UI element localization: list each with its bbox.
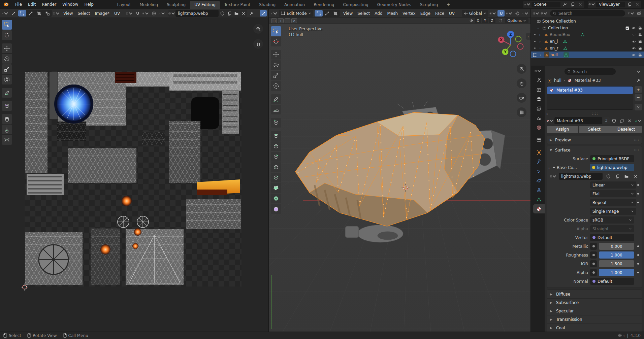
camera-visibility-icon[interactable] (637, 32, 643, 37)
interpolation-select[interactable]: Linear (590, 181, 636, 189)
new-viewlayer-icon[interactable] (626, 1, 633, 8)
uv-canvas[interactable] (0, 18, 268, 332)
workspace-tab[interactable]: Scripting (416, 1, 442, 9)
menu-item[interactable]: Help (81, 1, 96, 8)
material-slot-list[interactable]: Material #33 (547, 86, 633, 110)
tool-bevel[interactable] (271, 152, 281, 162)
breadcrumb-object[interactable]: hull (554, 78, 561, 83)
workspace-tab[interactable]: + (442, 1, 454, 9)
tool-scale[interactable] (2, 64, 12, 74)
tab-modifiers[interactable] (533, 157, 545, 166)
tab-view-layer[interactable] (533, 104, 545, 113)
tool-cursor[interactable] (271, 37, 281, 46)
image-pin-icon[interactable] (248, 10, 255, 16)
outliner-row-collection[interactable]: ⌄ Collection (531, 25, 644, 31)
uv-pan-hand-icon[interactable] (253, 39, 263, 49)
eye-icon[interactable] (631, 52, 636, 58)
select-mode-subtract-icon[interactable]: − (285, 18, 290, 23)
outliner-row-en-r[interactable]: › en_r (531, 45, 644, 52)
navigation-gizmo[interactable]: Z X Y (495, 30, 526, 60)
tool-smooth[interactable] (271, 204, 281, 214)
collapsed-panel-header[interactable]: ▶Specular (547, 307, 642, 315)
workspace-tab[interactable]: Sculpting (162, 1, 190, 9)
tool-transform[interactable] (2, 75, 12, 84)
uv-snap-magnet-icon[interactable] (134, 10, 141, 16)
uv-snap-target-icon[interactable] (142, 10, 149, 16)
panel-grip[interactable]: ∷∷ (634, 138, 639, 142)
viewport-canvas[interactable]: User Perspective (1) hull ‹ Z X Y (269, 24, 530, 332)
outliner-row-scene-collection[interactable]: Scene Collection (531, 18, 644, 25)
fake-user-shield-icon[interactable] (605, 173, 612, 179)
tool-scale[interactable] (271, 71, 281, 80)
scene-name-field[interactable]: Scene (532, 2, 560, 7)
tool-grab[interactable] (2, 114, 12, 124)
tool-knife[interactable] (271, 173, 281, 182)
surface-panel-header[interactable]: ▼Surface∷∷ (547, 146, 642, 154)
ior-socket-button[interactable] (590, 260, 597, 267)
uv-face-select-button[interactable] (35, 10, 43, 16)
preview-panel-header[interactable]: ▶Preview∷∷ (547, 136, 642, 144)
metallic-slider[interactable]: 0.000 (599, 243, 634, 250)
properties-options-chevron[interactable] (635, 68, 642, 75)
camera-visibility-icon[interactable] (637, 52, 643, 58)
select-button[interactable]: Select (579, 126, 610, 133)
slot-specials-icon[interactable] (635, 104, 642, 110)
blender-logo-icon[interactable] (3, 2, 9, 7)
uv-sticky-select-icon[interactable] (53, 10, 60, 16)
uv-menu-item[interactable]: Select (75, 10, 92, 17)
material-name-field[interactable]: Material #33 (554, 117, 602, 124)
workspace-tab[interactable]: Geometry Nodes (373, 1, 416, 9)
viewport-menu-item[interactable]: View (341, 10, 355, 17)
color-space-select[interactable]: sRGB (590, 216, 634, 224)
tab-physics[interactable] (533, 176, 545, 185)
zoom-icon[interactable] (517, 64, 526, 74)
workspace-tab[interactable]: Compositing (339, 1, 373, 9)
options-dropdown[interactable]: Options (505, 18, 528, 23)
eye-icon[interactable] (631, 25, 636, 31)
tool-poly-build[interactable] (271, 183, 281, 193)
snap-magnet-icon[interactable] (497, 10, 505, 16)
properties-search-input[interactable]: Search (565, 68, 616, 75)
tab-object[interactable] (533, 148, 545, 157)
open-image-folder-icon[interactable] (623, 173, 630, 179)
tool-box-select[interactable] (271, 26, 281, 36)
tool-move[interactable] (2, 43, 12, 53)
camera-visibility-icon[interactable] (637, 39, 643, 44)
tool-box-select[interactable] (2, 20, 12, 30)
tab-render[interactable] (533, 85, 545, 94)
browse-material-icon[interactable] (547, 117, 554, 124)
edge-select-button[interactable] (323, 10, 331, 16)
alpha-slider[interactable]: 1.000 (599, 269, 634, 276)
pivot-point-icon[interactable] (489, 10, 496, 16)
mirror-axis-button[interactable]: Z (489, 18, 495, 23)
proportional-edit-icon[interactable] (514, 10, 521, 16)
tool-add-cube[interactable] (271, 118, 281, 128)
tab-constraints[interactable] (533, 185, 545, 195)
eye-icon[interactable] (631, 39, 636, 44)
outliner-search-input[interactable]: Search (550, 10, 625, 16)
outliner-row-hull[interactable]: › hull (531, 52, 644, 58)
vertex-select-button[interactable] (315, 10, 323, 16)
vector-input[interactable]: Default (590, 234, 634, 241)
uv-menu-item[interactable]: UV (112, 10, 122, 17)
tool-spin[interactable] (271, 194, 281, 203)
uv-vertex-select-button[interactable] (18, 10, 26, 16)
viewport-menu-item[interactable]: Vertex (400, 10, 418, 17)
funnel-filter-icon[interactable] (627, 10, 635, 16)
tool-rotate[interactable] (271, 60, 281, 70)
tool-pinch[interactable] (2, 135, 12, 145)
uv-2d-cursor[interactable] (21, 283, 28, 291)
expand-chevron-icon[interactable]: ⌄ (547, 166, 551, 169)
tab-tool[interactable] (533, 76, 545, 85)
source-select[interactable]: Single Image (590, 208, 636, 215)
roughness-slider[interactable]: 1.000 (599, 251, 634, 259)
breadcrumb-material[interactable]: Material #33 (575, 78, 601, 83)
duplicate-material-icon[interactable] (618, 117, 625, 124)
add-slot-button[interactable]: + (635, 86, 642, 93)
outliner-display-mode-icon[interactable] (533, 10, 540, 16)
browse-image-icon[interactable] (550, 173, 557, 179)
expand-chevron-icon[interactable]: › (538, 53, 543, 57)
surface-shader-select[interactable]: Principled BSDF (590, 155, 634, 162)
tool-annotate[interactable] (2, 88, 12, 98)
users-count[interactable]: 3 (603, 117, 610, 124)
